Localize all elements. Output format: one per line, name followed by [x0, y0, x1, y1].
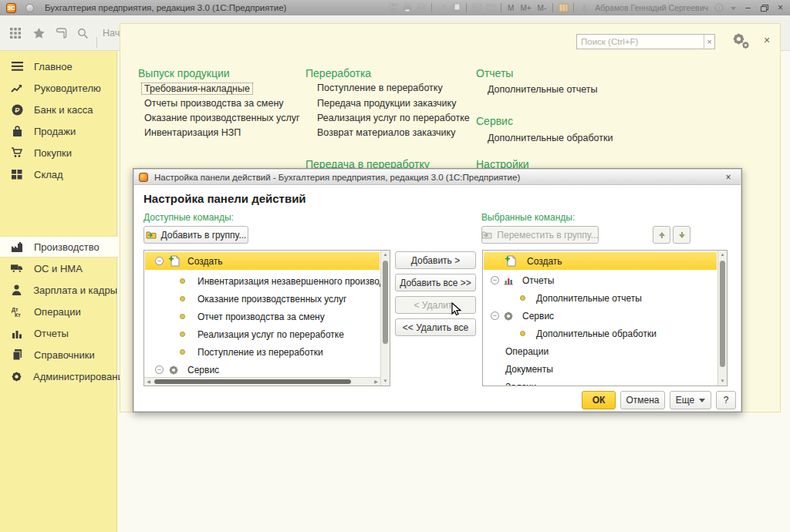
1c-logo-icon	[139, 173, 148, 182]
sidebar-item-manager[interactable]: Руководителю	[0, 77, 117, 99]
tree-item[interactable]: Отчет производства за смену	[145, 308, 380, 325]
apps-grid-icon[interactable]	[8, 25, 23, 41]
sidebar-item-warehouse[interactable]: Склад	[0, 163, 117, 185]
sidebar-item-directories[interactable]: Справочники	[0, 344, 117, 365]
panel-close-icon[interactable]: ×	[761, 34, 773, 46]
close-button[interactable]: ×	[774, 2, 787, 14]
ok-button[interactable]: ОК	[582, 391, 616, 409]
tree-item[interactable]: Оказание производственных услуг	[145, 290, 380, 308]
command-link[interactable]: Инвентаризация НЗП	[144, 127, 241, 138]
dialog-close-icon[interactable]: ×	[722, 172, 734, 184]
restore-button[interactable]	[758, 2, 771, 14]
scroll-up-icon[interactable]: ▲	[718, 251, 727, 259]
move-down-button[interactable]	[673, 226, 690, 244]
search-clear-icon[interactable]: ×	[704, 35, 714, 49]
add-all-button[interactable]: Добавить все >>	[395, 274, 476, 291]
scroll-up-icon[interactable]: ▲	[381, 251, 390, 259]
sidebar-item-reports[interactable]: Отчеты	[0, 322, 117, 344]
settings-gears-icon[interactable]	[732, 33, 751, 50]
command-link[interactable]: Передача продукции заказчику	[317, 98, 456, 109]
add-to-group-button[interactable]: Добавить в группу...	[143, 226, 248, 244]
help-button[interactable]: ?	[716, 391, 736, 409]
sidebar-item-bank[interactable]: Р Банк и касса	[0, 99, 117, 120]
tree-item-plain[interactable]: Документы	[484, 360, 717, 378]
scroll-down-icon[interactable]: ▼	[381, 377, 390, 386]
command-link[interactable]: Оказание производственных услуг	[144, 113, 300, 123]
command-link[interactable]: Дополнительные обработки	[488, 133, 613, 143]
cancel-button[interactable]: Отмена	[620, 391, 665, 409]
collapse-icon[interactable]: −	[155, 257, 164, 265]
tree-item[interactable]: Дополнительные отчеты	[484, 289, 717, 307]
main-menu-button[interactable]	[25, 4, 34, 12]
print-icon[interactable]	[402, 3, 413, 13]
window-icon[interactable]	[485, 3, 496, 13]
search-icon[interactable]	[75, 25, 90, 41]
more-button[interactable]: Еще	[670, 391, 711, 409]
minimize-button[interactable]: –	[741, 2, 755, 14]
sidebar-item-main[interactable]: Главное	[0, 56, 117, 77]
vertical-scrollbar[interactable]: ▲ ▼	[717, 251, 727, 386]
sidebar-item-operations[interactable]: ДтКт Операции	[0, 301, 117, 322]
tree-item-plain[interactable]: Операции	[484, 342, 717, 360]
tree-group-create[interactable]: − Создать	[145, 252, 380, 270]
copy-icon[interactable]	[451, 3, 461, 13]
star-icon[interactable]	[31, 25, 46, 41]
columns-icon[interactable]	[558, 3, 569, 13]
move-up-button[interactable]	[653, 226, 670, 244]
bullet-icon	[180, 296, 185, 301]
tree-group-service[interactable]: − Сервис	[484, 307, 717, 325]
history-icon[interactable]	[53, 25, 69, 41]
info-icon[interactable]: i	[714, 3, 724, 13]
search-input[interactable]	[577, 35, 704, 49]
window-title: Бухгалтерия предприятия, редакция 3.0 (1…	[45, 3, 286, 12]
table-icon[interactable]	[471, 3, 482, 13]
tree-item[interactable]: Инвентаризация незавершенного производст…	[145, 272, 380, 290]
save-icon[interactable]	[388, 3, 399, 13]
collapse-icon[interactable]: −	[491, 311, 499, 320]
command-link[interactable]: Поступление в переработку	[317, 82, 443, 93]
ruble-icon: Р	[11, 103, 23, 116]
sidebar-item-fixed-assets[interactable]: ОС и НМА	[0, 258, 117, 279]
add-button[interactable]: Добавить >	[395, 251, 476, 269]
scroll-down-icon[interactable]: ▼	[718, 377, 727, 386]
memory-button-m-minus[interactable]: M-	[536, 4, 549, 12]
memory-button-m-plus[interactable]: M+	[518, 4, 532, 12]
sidebar-item-purchases[interactable]: Покупки	[0, 142, 117, 163]
memory-button-m[interactable]: M	[506, 4, 515, 12]
print-preview-icon[interactable]	[416, 3, 427, 13]
command-link[interactable]: Требования-накладные	[141, 82, 253, 95]
tree-group-service[interactable]: − Сервис	[145, 361, 380, 379]
scroll-left-icon[interactable]: ◀	[144, 378, 153, 386]
tree-item[interactable]: Реализация услуг по переработке	[145, 325, 380, 343]
link-icon[interactable]	[437, 3, 447, 13]
move-to-group-button[interactable]: Переместить в группу...	[481, 226, 599, 244]
sidebar-item-sales[interactable]: Продажи	[0, 120, 117, 142]
tree-group-reports[interactable]: − Отчеты	[484, 271, 717, 289]
action-panel-settings-dialog: Настройка панели действий - Бухгалтерия …	[133, 168, 742, 412]
collapse-icon[interactable]: −	[155, 365, 164, 374]
sidebar-item-salary[interactable]: Зарплата и кадры	[0, 279, 117, 301]
command-link[interactable]: Реализация услуг по переработке	[317, 113, 470, 123]
tree-item[interactable]: Дополнительные обработки	[484, 325, 717, 342]
vertical-scrollbar[interactable]: ▲ ▼	[380, 251, 390, 386]
tree-item[interactable]: Поступление из переработки	[145, 343, 380, 361]
app-window: 1С Бухгалтерия предприятия, редакция 3.0…	[0, 0, 790, 532]
collapse-icon[interactable]: −	[491, 276, 499, 285]
sidebar-item-administration[interactable]: Администрирование	[0, 365, 117, 387]
command-link[interactable]: Возврат материалов заказчику	[317, 127, 455, 138]
horizontal-scrollbar[interactable]: ◀ ▶	[144, 377, 380, 386]
remove-all-button[interactable]: << Удалить все	[395, 318, 476, 336]
chevron-down-icon[interactable]	[728, 3, 738, 13]
scroll-right-icon[interactable]: ▶	[372, 378, 380, 386]
sidebar-item-production[interactable]: Производство	[0, 236, 118, 258]
tab-home[interactable]: Нач	[103, 28, 120, 39]
arrow-up-icon	[658, 231, 666, 239]
command-link[interactable]: Дополнительные отчеты	[488, 84, 598, 95]
folder-add-icon	[146, 231, 157, 239]
gear-icon	[11, 370, 22, 382]
command-link[interactable]: Отчеты производства за смену	[144, 98, 284, 109]
remove-button[interactable]: < Удалить	[395, 296, 476, 314]
tree-group-create[interactable]: Создать	[484, 252, 717, 270]
tree-item-plain[interactable]: Задачи	[484, 378, 717, 386]
current-user-name[interactable]: Абрамов Геннадий Сергеевич	[595, 3, 708, 12]
